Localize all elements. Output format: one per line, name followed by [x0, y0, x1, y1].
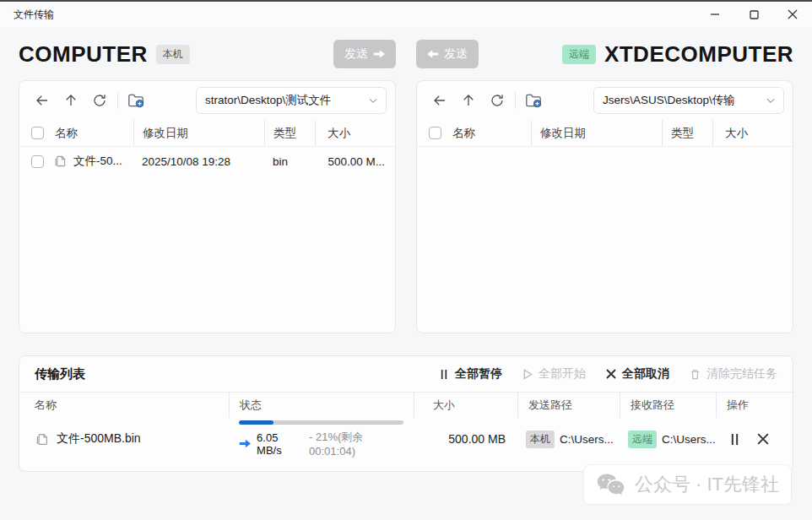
up-button[interactable] [57, 87, 85, 114]
local-host-name: COMPUTER [19, 41, 148, 68]
pause-icon [729, 433, 740, 446]
new-folder-button[interactable] [519, 87, 548, 114]
up-icon [461, 93, 476, 108]
local-table-header: 名称 修改日期 类型 大小 [19, 120, 395, 147]
refresh-icon [490, 93, 505, 108]
file-name: 文件-50... [73, 154, 122, 169]
send-to-remote-button[interactable]: 发送 [333, 40, 396, 68]
file-type: bin [264, 155, 315, 168]
select-all-checkbox[interactable] [31, 127, 44, 139]
cancel-all-label: 全部取消 [622, 366, 669, 382]
refresh-icon [92, 93, 107, 108]
remote-file-panel: Jsers\ASUS\Desktop\传输 名称 修改日期 类型 大小 [416, 80, 793, 333]
window-title: 文件传输 [14, 8, 54, 22]
toolbar-divider [117, 92, 118, 109]
titlebar: 文件传输 [0, 2, 812, 27]
window-controls [696, 2, 812, 27]
remote-path-dropdown[interactable]: Jsers\ASUS\Desktop\传输 [593, 87, 784, 114]
up-button[interactable] [454, 87, 483, 114]
start-all-label: 全部开始 [539, 366, 586, 382]
transfer-recv-path: 远端 C:\Users... [620, 431, 716, 448]
column-size[interactable]: 大小 [712, 120, 793, 146]
column-name[interactable]: 名称 [447, 120, 531, 146]
send-path-value: C:\Users... [560, 433, 614, 446]
back-icon [432, 93, 447, 108]
select-all-checkbox[interactable] [429, 127, 441, 139]
local-file-panel: strator\Desktop\测试文件 名称 修改日期 类型 大小 文件-50… [19, 80, 396, 333]
remote-badge: 远端 [562, 45, 596, 64]
refresh-button[interactable] [85, 87, 114, 114]
maximize-icon [750, 10, 759, 19]
new-folder-icon [127, 93, 144, 108]
pause-all-button[interactable]: 全部暂停 [439, 366, 502, 382]
column-modified[interactable]: 修改日期 [531, 120, 662, 146]
progress-bar [239, 420, 403, 425]
close-button[interactable] [773, 2, 812, 27]
back-icon [35, 93, 50, 108]
toolbar-divider [515, 92, 516, 109]
cancel-task-button[interactable] [757, 433, 769, 445]
column-recv-path: 接收路径 [620, 393, 716, 418]
transfer-actions: 全部暂停 全部开始 全部取消 清除完结任务 [439, 366, 777, 382]
file-modified: 2025/10/08 19:28 [133, 155, 264, 168]
back-button[interactable] [425, 87, 454, 114]
wechat-icon [596, 472, 626, 497]
new-folder-button[interactable] [122, 87, 150, 114]
play-icon [522, 369, 533, 380]
recv-path-value: C:\Users... [662, 433, 716, 446]
clear-finished-label: 清除完结任务 [706, 366, 777, 382]
column-modified[interactable]: 修改日期 [133, 120, 264, 146]
column-name[interactable]: 名称 [50, 120, 133, 146]
column-ops: 操作 [716, 393, 793, 418]
local-path-dropdown[interactable]: strator\Desktop\测试文件 [196, 87, 387, 114]
new-folder-icon [525, 93, 542, 108]
send-origin-badge: 本机 [526, 431, 555, 448]
maximize-button[interactable] [734, 2, 773, 27]
remote-path: Jsers\ASUS\Desktop\传输 [603, 93, 765, 108]
watermark-text: 公众号 · IT先锋社 [635, 472, 779, 497]
remote-toolbar: Jsers\ASUS\Desktop\传输 [417, 81, 793, 120]
x-icon [606, 369, 616, 379]
chevron-down-icon [765, 95, 777, 106]
column-type[interactable]: 类型 [662, 120, 712, 146]
close-icon [788, 9, 798, 19]
back-button[interactable] [28, 87, 57, 114]
column-size[interactable]: 大小 [315, 120, 395, 146]
arrow-left-icon [427, 49, 439, 59]
minimize-icon [710, 9, 720, 19]
pause-task-button[interactable] [729, 433, 740, 446]
local-host-header: COMPUTER 本机 发送 [19, 40, 396, 68]
column-size: 大小 [414, 393, 517, 418]
clear-finished-button[interactable]: 清除完结任务 [690, 366, 777, 382]
cancel-all-button[interactable]: 全部取消 [606, 366, 669, 382]
pause-icon [439, 369, 449, 380]
send-to-local-button[interactable]: 发送 [416, 40, 479, 68]
arrow-right-icon [373, 49, 385, 59]
file-panels: strator\Desktop\测试文件 名称 修改日期 类型 大小 文件-50… [0, 80, 812, 333]
watermark: 公众号 · IT先锋社 [583, 464, 792, 505]
local-toolbar: strator\Desktop\测试文件 [19, 81, 395, 120]
file-size: 500.00 M... [315, 155, 395, 168]
trash-icon [690, 369, 701, 380]
start-all-button[interactable]: 全部开始 [522, 366, 586, 382]
file-icon [53, 154, 67, 168]
remote-host-header: 发送 远端 XTDECOMPUTER [416, 40, 793, 68]
transfer-file-name: 文件-500MB.bin [57, 431, 141, 447]
transfer-status: 6.05 MB/s - 21%(剩余00:01:04) [229, 420, 414, 458]
chevron-down-icon [367, 95, 379, 106]
local-badge: 本机 [156, 45, 190, 64]
local-path: strator\Desktop\测试文件 [205, 93, 367, 108]
progress-fill [239, 420, 273, 425]
transfer-ops [716, 433, 793, 446]
transfer-row[interactable]: 文件-500MB.bin 6.05 MB/s - 21%(剩余00:01:04)… [19, 418, 793, 460]
column-type[interactable]: 类型 [264, 120, 315, 146]
hosts-header: COMPUTER 本机 发送 发送 远端 XTDECOMPUTER [0, 32, 812, 76]
transfer-header: 传输列表 全部暂停 全部开始 全部取消 清除完结任务 [19, 356, 793, 393]
remote-host-name: XTDECOMPUTER [604, 41, 793, 68]
minimize-button[interactable] [696, 2, 734, 27]
column-send-path: 发送路径 [517, 393, 620, 418]
file-row[interactable]: 文件-50... 2025/10/08 19:28 bin 500.00 M..… [19, 147, 395, 176]
recv-origin-badge: 远端 [628, 431, 657, 448]
row-checkbox[interactable] [31, 155, 44, 168]
refresh-button[interactable] [483, 87, 512, 114]
